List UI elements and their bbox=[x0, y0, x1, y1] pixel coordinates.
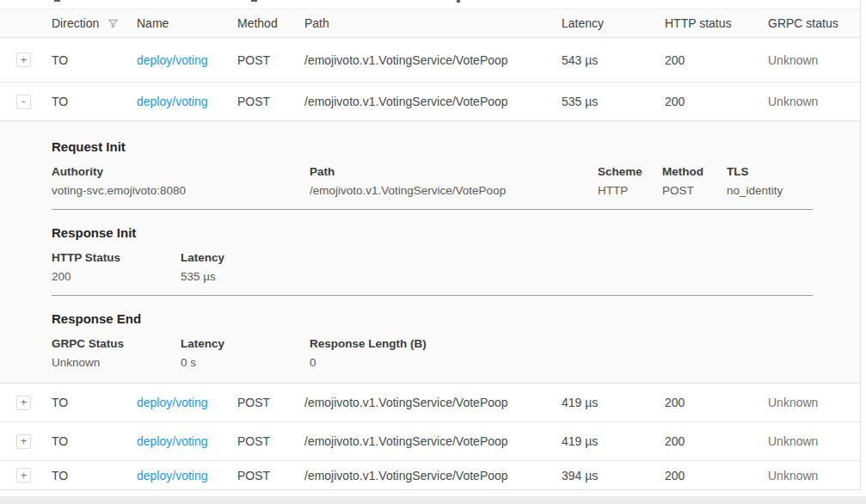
expand-row-button[interactable]: + bbox=[16, 52, 31, 67]
path-cell: /emojivoto.v1.VotingService/VotePoop bbox=[304, 434, 562, 448]
field-value-latency: 535 µs bbox=[181, 270, 812, 283]
section-divider bbox=[52, 295, 813, 296]
field-value-http-status: 200 bbox=[52, 270, 181, 283]
response-init-fields: HTTP Status 200 Latency 535 µs bbox=[52, 251, 812, 283]
expand-row-button[interactable]: + bbox=[16, 468, 31, 482]
clipped-text-fragment bbox=[457, 0, 460, 3]
field-label-path: Path bbox=[310, 165, 598, 178]
tap-results-card: Direction Name Method Path Latency HTTP … bbox=[0, 0, 861, 496]
path-cell: /emojivoto.v1.VotingService/VotePoop bbox=[304, 53, 562, 67]
field-value-latency: 0 s bbox=[181, 356, 310, 369]
http-status-cell: 200 bbox=[665, 396, 768, 409]
latency-cell: 543 µs bbox=[562, 53, 665, 67]
expand-row-button[interactable]: + bbox=[16, 396, 31, 410]
table-row: + TO deploy/voting POST /emojivoto.v1.Vo… bbox=[0, 422, 860, 461]
field-label-grpc-status: GRPC Status bbox=[52, 337, 181, 350]
field-label-latency: Latency bbox=[181, 337, 310, 350]
field-value-grpc-status: Unknown bbox=[52, 356, 181, 369]
latency-cell: 394 µs bbox=[562, 469, 665, 482]
grpc-status-cell: Unknown bbox=[768, 469, 860, 482]
clipped-text-fragment bbox=[251, 0, 257, 2]
latency-cell: 419 µs bbox=[562, 434, 665, 448]
header-path: Path bbox=[304, 16, 562, 30]
field-value-tls: no_identity bbox=[727, 184, 812, 197]
request-detail-panel: Request Init Authority voting-svc.emojiv… bbox=[0, 121, 860, 384]
method-cell: POST bbox=[237, 95, 304, 108]
expand-row-button[interactable]: + bbox=[16, 434, 31, 449]
page-background-strip bbox=[0, 496, 866, 504]
field-label-http-status: HTTP Status bbox=[52, 251, 181, 264]
http-status-cell: 200 bbox=[665, 434, 768, 448]
method-cell: POST bbox=[237, 434, 304, 448]
resource-link[interactable]: deploy/voting bbox=[137, 469, 208, 482]
field-value-response-length: 0 bbox=[310, 356, 812, 369]
request-init-fields: Authority voting-svc.emojivoto:8080 Path… bbox=[52, 165, 812, 197]
method-cell: POST bbox=[237, 469, 304, 482]
http-status-cell: 200 bbox=[665, 95, 768, 108]
latency-cell: 535 µs bbox=[562, 95, 665, 108]
response-end-fields: GRPC Status Unknown Latency 0 s Response… bbox=[52, 337, 812, 369]
direction-cell: TO bbox=[52, 53, 137, 67]
path-cell: /emojivoto.v1.VotingService/VotePoop bbox=[304, 95, 562, 108]
header-method: Method bbox=[237, 16, 304, 30]
resource-link[interactable]: deploy/voting bbox=[137, 396, 208, 409]
grpc-status-cell: Unknown bbox=[768, 396, 860, 409]
http-status-cell: 200 bbox=[665, 469, 768, 482]
latency-cell: 419 µs bbox=[562, 396, 665, 409]
header-direction-label: Direction bbox=[52, 16, 99, 30]
field-label-response-length: Response Length (B) bbox=[310, 337, 812, 350]
header-grpc-status: GRPC status bbox=[768, 16, 860, 30]
table-header-row: Direction Name Method Path Latency HTTP … bbox=[0, 9, 860, 38]
request-init-title: Request Init bbox=[52, 139, 812, 154]
field-label-tls: TLS bbox=[727, 165, 812, 178]
card-bottom-gap bbox=[0, 490, 861, 496]
resource-link[interactable]: deploy/voting bbox=[137, 95, 208, 108]
header-name: Name bbox=[137, 16, 237, 30]
field-label-authority: Authority bbox=[52, 165, 310, 178]
grpc-status-cell: Unknown bbox=[768, 53, 860, 67]
collapse-row-button[interactable]: - bbox=[16, 95, 31, 109]
direction-cell: TO bbox=[52, 95, 137, 108]
response-end-title: Response End bbox=[52, 311, 812, 326]
direction-cell: TO bbox=[52, 469, 137, 482]
grpc-status-cell: Unknown bbox=[768, 95, 860, 108]
table-row-expanded: - TO deploy/voting POST /emojivoto.v1.Vo… bbox=[0, 83, 860, 121]
field-label-scheme: Scheme bbox=[598, 165, 662, 178]
method-cell: POST bbox=[237, 396, 304, 409]
clipped-text-fragment bbox=[54, 0, 60, 2]
field-label-latency: Latency bbox=[181, 251, 812, 264]
table-row: + TO deploy/voting POST /emojivoto.v1.Vo… bbox=[0, 384, 860, 422]
direction-cell: TO bbox=[52, 434, 137, 448]
filter-funnel-icon[interactable] bbox=[107, 18, 119, 29]
field-value-path: /emojivoto.v1.VotingService/VotePoop bbox=[310, 184, 598, 197]
table-row: + TO deploy/voting POST /emojivoto.v1.Vo… bbox=[0, 461, 860, 490]
header-direction: Direction bbox=[52, 16, 137, 30]
header-latency: Latency bbox=[562, 16, 665, 30]
field-label-method: Method bbox=[662, 165, 727, 178]
field-value-method: POST bbox=[662, 184, 727, 197]
grpc-status-cell: Unknown bbox=[768, 434, 860, 448]
resource-link[interactable]: deploy/voting bbox=[137, 53, 208, 67]
field-value-authority: voting-svc.emojivoto:8080 bbox=[52, 184, 310, 197]
header-http-status: HTTP status bbox=[665, 16, 768, 30]
clipped-row-above bbox=[0, 0, 860, 9]
table-row: + TO deploy/voting POST /emojivoto.v1.Vo… bbox=[0, 38, 860, 83]
http-status-cell: 200 bbox=[665, 53, 768, 67]
direction-cell: TO bbox=[52, 396, 137, 409]
field-value-scheme: HTTP bbox=[598, 184, 662, 197]
section-divider bbox=[52, 209, 813, 210]
resource-link[interactable]: deploy/voting bbox=[137, 434, 208, 448]
path-cell: /emojivoto.v1.VotingService/VotePoop bbox=[304, 469, 562, 482]
method-cell: POST bbox=[237, 53, 304, 67]
path-cell: /emojivoto.v1.VotingService/VotePoop bbox=[304, 396, 562, 409]
response-init-title: Response Init bbox=[52, 225, 812, 240]
